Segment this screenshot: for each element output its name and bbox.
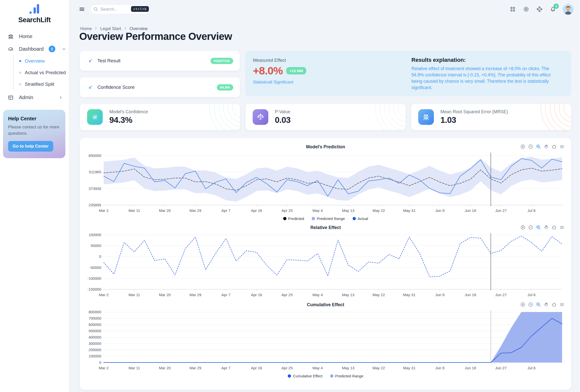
svg-text:300000: 300000 <box>89 341 101 346</box>
sidebar-nav: Home Dashboard 2 Overview Act <box>0 30 69 104</box>
box-zoom-icon[interactable] <box>536 302 541 307</box>
menu-icon[interactable] <box>559 302 565 307</box>
chevron-right-icon <box>94 26 98 31</box>
chart-title: Relative Effect <box>86 224 565 230</box>
svg-text:Apr 7: Apr 7 <box>221 293 230 297</box>
svg-text:Apr 25: Apr 25 <box>281 293 293 297</box>
svg-text:May 31: May 31 <box>403 208 415 213</box>
test-result-card[interactable]: Test Result POSITIVE <box>80 51 240 71</box>
sidebar-item-actual-vs-predicted[interactable]: Actual vs Predicted <box>14 67 69 78</box>
legend-item[interactable]: Cumulative Effect <box>288 374 322 378</box>
cumulative-effect-chart[interactable]: 8000007000006000005000004000003000002000… <box>86 309 565 373</box>
app-root: SearchLift Home Dashboard 2 <box>0 0 580 392</box>
sidebar-item-home[interactable]: Home <box>0 30 69 43</box>
bank-icon <box>8 33 14 40</box>
measured-effect-panel: Measured Effect +8.0% +13 560 Statistica… <box>245 51 571 96</box>
confidence-score-card[interactable]: Confidence Score 94.8% <box>80 77 240 97</box>
sidebar: SearchLift Home Dashboard 2 <box>0 0 69 392</box>
avatar[interactable] <box>563 4 573 15</box>
legend-label: Predicted <box>288 216 304 221</box>
svg-text:Jun 18: Jun 18 <box>465 208 476 213</box>
breadcrumb-legal-start[interactable]: Legal Start <box>100 26 121 31</box>
breadcrumb-home[interactable]: Home <box>80 26 92 31</box>
sidebar-item-stratified-split[interactable]: Stratified Split <box>14 78 69 90</box>
sidebar-item-overview[interactable]: Overview <box>14 55 69 67</box>
svg-text:May 22: May 22 <box>373 208 385 213</box>
menu-icon[interactable] <box>559 225 565 230</box>
sidebar-item-dashboard[interactable]: Dashboard 2 <box>0 43 69 55</box>
menu-icon[interactable] <box>559 144 565 149</box>
zoom-in-icon[interactable] <box>520 225 525 230</box>
page-title: Overview Performance Overview <box>79 31 232 42</box>
status-badge: POSITIVE <box>210 58 233 64</box>
shortcut-badge: ctrl+k <box>131 6 149 12</box>
svg-text:Jun 9: Jun 9 <box>435 366 444 370</box>
chart-toolbar <box>520 225 565 230</box>
home-icon[interactable] <box>551 144 557 149</box>
scales-icon <box>253 109 268 125</box>
stat-value: 94.3% <box>109 115 148 125</box>
apps-grid-icon[interactable] <box>509 6 516 13</box>
stat-label: P-Value <box>275 109 291 115</box>
chevron-right-icon[interactable] <box>59 95 63 100</box>
help-center-button[interactable]: Go to help Center <box>8 141 53 152</box>
svg-text:800000: 800000 <box>89 310 101 314</box>
chevron-down-icon[interactable] <box>62 47 66 51</box>
chart-toolbar <box>520 144 565 149</box>
bell-icon[interactable]: 3 <box>549 6 556 13</box>
svg-text:Mar 29: Mar 29 <box>190 208 201 213</box>
svg-text:May 22: May 22 <box>373 366 385 370</box>
pan-icon[interactable] <box>544 225 549 230</box>
effect-value: +8.0% <box>253 65 283 77</box>
box-zoom-icon[interactable] <box>536 225 541 230</box>
statistically-significant-link[interactable]: Statisticall Significant <box>253 80 411 85</box>
stat-value: 0.03 <box>275 115 291 125</box>
svg-text:Mar 20: Mar 20 <box>159 208 171 213</box>
sidebar-item-admin[interactable]: Admin <box>0 91 69 104</box>
hamburger-menu-icon[interactable] <box>79 6 85 12</box>
legend-item[interactable]: Actual <box>353 216 368 221</box>
relative-effect-chart[interactable]: 100000500000-50000-100000-150000Mar 2Mar… <box>86 232 565 299</box>
pan-icon[interactable] <box>544 144 549 149</box>
svg-text:Apr 16: Apr 16 <box>251 293 262 297</box>
zoom-in-icon[interactable] <box>520 302 525 307</box>
topbar: ctrl+k 3 <box>69 0 580 18</box>
home-icon[interactable] <box>551 302 557 307</box>
legend-item[interactable]: Predicted Range <box>330 374 363 378</box>
decorative-contours <box>358 104 406 130</box>
sidebar-item-label: Stratified Split <box>25 81 54 87</box>
legend-item[interactable]: Predicted Range <box>312 216 345 221</box>
svg-text:May 13: May 13 <box>342 208 354 213</box>
legend-item[interactable]: Predicted <box>283 216 304 221</box>
zoom-out-icon[interactable] <box>528 302 533 307</box>
svg-text:Mar 29: Mar 29 <box>190 366 201 370</box>
zoom-out-icon[interactable] <box>528 144 533 149</box>
app-name: SearchLift <box>18 16 50 24</box>
svg-text:May 22: May 22 <box>373 293 385 297</box>
model-prediction-chart[interactable]: 650000511965373930235895Mar 2Mar 11Mar 2… <box>86 151 565 215</box>
gear-icon[interactable] <box>523 6 530 13</box>
pan-icon[interactable] <box>544 302 549 307</box>
decorative-contours <box>192 104 240 130</box>
bullet-icon <box>19 72 21 74</box>
svg-text:May 31: May 31 <box>403 293 415 297</box>
legend-label: Predicted Range <box>335 374 363 378</box>
box-zoom-icon[interactable] <box>536 144 541 149</box>
search-box[interactable]: ctrl+k <box>90 5 150 14</box>
notification-badge: 3 <box>553 4 559 9</box>
svg-text:Jul 6: Jul 6 <box>528 208 536 213</box>
legend-label: Actual <box>358 216 368 221</box>
effect-delta-badge: +13 560 <box>286 67 306 74</box>
search-icon <box>93 7 98 13</box>
zoom-in-icon[interactable] <box>520 144 525 149</box>
app-logo[interactable]: SearchLift <box>0 0 69 24</box>
zoom-out-icon[interactable] <box>528 225 533 230</box>
stat-label: Model's Confidence <box>109 109 148 115</box>
svg-text:Apr 16: Apr 16 <box>251 208 262 213</box>
chart-toolbar <box>520 302 565 307</box>
home-icon[interactable] <box>551 225 557 230</box>
diamonds-icon[interactable] <box>536 6 543 13</box>
svg-text:235895: 235895 <box>89 203 101 207</box>
svg-text:Mar 2: Mar 2 <box>99 366 109 370</box>
confidence-badge: 94.8% <box>217 84 233 91</box>
